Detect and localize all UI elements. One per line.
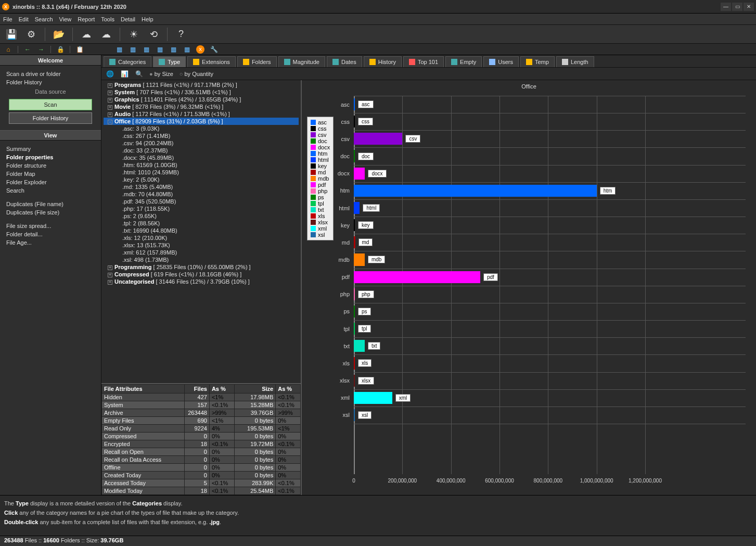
tree-extension[interactable]: .mdb: 70 (44.80MB) xyxy=(104,191,299,198)
view-link[interactable]: File size spread... xyxy=(6,222,95,230)
tree-extension[interactable]: .xml: 612 (157.89MB) xyxy=(104,249,299,256)
view-link[interactable]: Folder Map xyxy=(6,170,95,178)
bar[interactable] xyxy=(354,185,597,197)
view-link[interactable]: File Age... xyxy=(6,238,95,247)
doc4-icon[interactable]: ▦ xyxy=(156,45,164,54)
menu-edit[interactable]: Edit xyxy=(19,16,29,22)
menu-view[interactable]: View xyxy=(59,16,72,22)
tree-category[interactable]: +Uncategorised [ 31446 Files (12%) / 3.7… xyxy=(104,278,299,285)
tree-extension[interactable]: .html: 1010 (24.59MB) xyxy=(104,169,299,176)
tree-category[interactable]: +Audio [ 1172 Files (<1%) / 171.53MB (<1… xyxy=(104,110,299,118)
tree-extension[interactable]: .xls: 12 (210.00K) xyxy=(104,234,299,242)
x-icon[interactable]: X xyxy=(196,45,204,54)
tree-extension[interactable]: .key: 2 (5.00K) xyxy=(104,176,299,183)
back-icon[interactable]: ← xyxy=(23,45,32,54)
tree-category[interactable]: +Programming [ 25835 Files (10%) / 655.0… xyxy=(104,263,299,271)
forward-icon[interactable]: → xyxy=(37,45,45,54)
bar[interactable] xyxy=(354,150,355,162)
bar[interactable] xyxy=(354,340,365,352)
help-icon[interactable]: ? xyxy=(174,27,188,42)
scan-drive-link[interactable]: Scan a drive or folder xyxy=(6,70,95,78)
tree-extension[interactable]: .md: 1335 (5.40MB) xyxy=(104,183,299,191)
scan-button[interactable]: Scan xyxy=(9,99,92,110)
bar[interactable] xyxy=(354,116,355,128)
doc5-icon[interactable]: ▦ xyxy=(169,45,177,54)
tab-users[interactable]: Users xyxy=(483,56,519,67)
menu-search[interactable]: Search xyxy=(35,16,53,22)
bar[interactable] xyxy=(354,323,355,335)
globe-icon[interactable]: 🌐 xyxy=(106,70,114,78)
sun-icon[interactable]: ☀ xyxy=(126,27,141,42)
category-tree[interactable]: +Programs [ 1121 Files (<1%) / 917.17MB … xyxy=(101,80,301,383)
tree-extension[interactable]: .asc: 3 (9.03K) xyxy=(104,125,299,132)
view-link[interactable]: Search xyxy=(6,186,95,195)
folder-history-button[interactable]: Folder History xyxy=(9,112,92,124)
tab-length[interactable]: Length xyxy=(556,56,594,67)
tree-category[interactable]: +System [ 707 Files (<1%) / 336.51MB (<1… xyxy=(104,88,299,96)
refresh-icon[interactable]: ⟲ xyxy=(146,27,161,42)
tree-extension[interactable]: .pdf: 345 (520.50MB) xyxy=(104,198,299,205)
tree-extension[interactable]: .xsl: 498 (1.73MB) xyxy=(104,256,299,263)
tree-extension[interactable]: .xlsx: 13 (515.73K) xyxy=(104,242,299,249)
menu-help[interactable]: Help xyxy=(142,16,153,22)
minimize-button[interactable]: — xyxy=(721,3,731,11)
tab-empty[interactable]: Empty xyxy=(445,56,482,67)
gear-icon[interactable]: ⚙ xyxy=(24,27,39,42)
open-folder-icon[interactable]: 📂 xyxy=(52,27,66,42)
tree-extension[interactable]: .docx: 35 (45.89MB) xyxy=(104,154,299,161)
view-link[interactable]: Folder properties xyxy=(6,153,95,161)
cloud-refresh-icon[interactable]: ☁ xyxy=(99,27,113,42)
doc3-icon[interactable]: ▦ xyxy=(142,45,150,54)
view-link[interactable]: Folder detail... xyxy=(6,230,95,238)
tree-category[interactable]: +Graphics [ 111401 Files (42%) / 13.65GB… xyxy=(104,96,299,103)
tree-extension[interactable]: .tpl: 2 (88.56K) xyxy=(104,220,299,227)
view-link[interactable]: Summary xyxy=(6,145,95,153)
tab-temp[interactable]: Temp xyxy=(520,56,555,67)
view-link[interactable]: Duplicates (File size) xyxy=(6,208,95,217)
tree-extension[interactable]: .php: 17 (118.55K) xyxy=(104,205,299,212)
tab-categories[interactable]: Categories xyxy=(104,56,151,67)
bar[interactable] xyxy=(354,202,360,214)
view-link[interactable]: Folder Exploder xyxy=(6,178,95,186)
menu-report[interactable]: Report xyxy=(78,16,95,22)
close-button[interactable]: ✕ xyxy=(744,3,754,11)
tab-folders[interactable]: Folders xyxy=(237,56,277,67)
tree-category[interactable]: -Office [ 82909 Files (31%) / 2.03GB (5%… xyxy=(104,118,299,125)
tab-magnitude[interactable]: Magnitude xyxy=(278,56,325,67)
wrench-icon[interactable]: 🔧 xyxy=(210,45,218,54)
lock-icon[interactable]: 🔒 xyxy=(56,45,65,54)
save-icon[interactable]: 💾 xyxy=(4,27,19,42)
sort-by-quantity-radio[interactable]: by Quantity xyxy=(180,71,213,77)
tab-history[interactable]: History xyxy=(364,56,402,67)
menu-detail[interactable]: Detail xyxy=(121,16,135,22)
folder-history-link[interactable]: Folder History xyxy=(6,78,95,86)
tree-extension[interactable]: .ps: 2 (9.65K) xyxy=(104,212,299,220)
bar[interactable] xyxy=(354,236,355,248)
tree-extension[interactable]: .csv: 94 (200.24MB) xyxy=(104,139,299,147)
maximize-button[interactable]: ▭ xyxy=(732,3,742,11)
home-icon[interactable]: ⌂ xyxy=(4,45,12,54)
bar[interactable] xyxy=(354,375,355,387)
bar[interactable] xyxy=(354,133,402,145)
bar[interactable] xyxy=(354,306,355,318)
bar[interactable] xyxy=(354,98,355,110)
tree-extension[interactable]: .doc: 33 (2.37MB) xyxy=(104,147,299,154)
menu-tools[interactable]: Tools xyxy=(101,16,114,22)
tab-extensions[interactable]: Extensions xyxy=(187,56,236,67)
bar[interactable] xyxy=(354,288,355,300)
tab-top-101[interactable]: Top 101 xyxy=(403,56,444,67)
tree-extension[interactable]: .txt: 16990 (44.80MB) xyxy=(104,227,299,234)
clipboard-icon[interactable]: 📋 xyxy=(75,45,84,54)
tree-category[interactable]: +Programs [ 1121 Files (<1%) / 917.17MB … xyxy=(104,81,299,88)
bar[interactable] xyxy=(354,392,392,404)
sort-by-size-radio[interactable]: by Size xyxy=(149,71,173,77)
tab-dates[interactable]: Dates xyxy=(327,56,362,67)
bar[interactable] xyxy=(354,271,480,283)
menu-file[interactable]: File xyxy=(3,16,12,22)
bar[interactable] xyxy=(354,219,355,231)
view-link[interactable]: Folder structure xyxy=(6,161,95,170)
chart-icon[interactable]: 📊 xyxy=(120,70,129,78)
search-icon[interactable]: 🔍 xyxy=(135,70,143,78)
bar[interactable] xyxy=(354,409,355,421)
doc6-icon[interactable]: ▦ xyxy=(183,45,191,54)
